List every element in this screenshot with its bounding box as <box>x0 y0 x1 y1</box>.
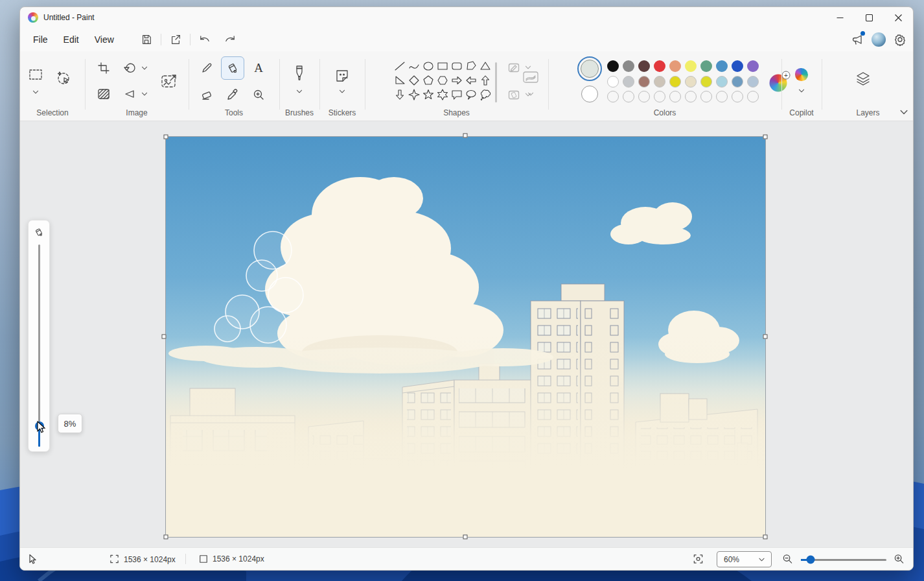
selection-dropdown-chevron[interactable] <box>33 90 39 94</box>
resize-handle-middle-right[interactable] <box>763 335 768 339</box>
feedback-button[interactable] <box>851 33 864 46</box>
palette-color-r1-c5[interactable] <box>669 60 681 72</box>
settings-button[interactable] <box>894 33 907 46</box>
shapes-scrollbar[interactable] <box>495 62 497 102</box>
zoom-out-button[interactable] <box>782 554 793 565</box>
palette-color-r2-c10[interactable] <box>747 76 759 88</box>
palette-empty-slot-10[interactable] <box>747 91 759 102</box>
save-button[interactable] <box>136 30 157 49</box>
palette-empty-slot-7[interactable] <box>700 91 712 102</box>
flip-dropdown-chevron[interactable] <box>142 92 148 96</box>
smart-select-button[interactable] <box>52 66 75 89</box>
menu-edit[interactable]: Edit <box>56 31 87 48</box>
shape-line[interactable] <box>393 59 407 73</box>
palette-color-r1-c2[interactable] <box>623 60 634 72</box>
shape-right-triangle[interactable] <box>393 73 407 88</box>
shape-pentagon[interactable] <box>421 73 435 88</box>
copilot-button[interactable] <box>790 63 813 86</box>
palette-color-r2-c3[interactable] <box>638 76 650 88</box>
resize-handle-top-center[interactable] <box>463 134 468 138</box>
fit-to-window-button[interactable] <box>693 554 704 565</box>
menu-view[interactable]: View <box>87 31 122 48</box>
share-button[interactable] <box>165 30 186 49</box>
palette-empty-slot-6[interactable] <box>685 91 697 102</box>
palette-color-r2-c6[interactable] <box>685 76 697 88</box>
shape-rounded-rectangle[interactable] <box>450 59 464 73</box>
palette-color-r1-c8[interactable] <box>716 60 728 72</box>
primary-color-swatch[interactable] <box>577 56 602 81</box>
palette-color-r1-c4[interactable] <box>654 60 665 72</box>
menu-file[interactable]: File <box>25 31 56 48</box>
shape-triangle[interactable] <box>478 59 492 73</box>
resize-handle-bottom-center[interactable] <box>463 535 468 540</box>
palette-color-r2-c9[interactable] <box>732 76 743 88</box>
layers-button[interactable] <box>851 67 875 90</box>
palette-empty-slot-5[interactable] <box>669 91 681 102</box>
palette-empty-slot-2[interactable] <box>623 91 634 102</box>
palette-color-r2-c5[interactable] <box>669 76 681 88</box>
zoom-in-button[interactable] <box>894 554 905 565</box>
resize-handle-top-left[interactable] <box>164 135 168 139</box>
palette-color-r2-c7[interactable] <box>700 76 712 88</box>
palette-color-r2-c8[interactable] <box>716 76 728 88</box>
shape-polygon[interactable] <box>464 59 478 73</box>
flip-button[interactable] <box>118 82 141 106</box>
maximize-button[interactable] <box>855 7 884 28</box>
resize-image-button[interactable] <box>158 69 181 93</box>
rotate-dropdown-chevron[interactable] <box>142 66 148 70</box>
brushes-button[interactable] <box>288 62 311 85</box>
palette-color-r1-c3[interactable] <box>638 60 650 72</box>
shape-ellipse[interactable] <box>421 59 435 73</box>
resize-handle-middle-left[interactable] <box>162 335 167 339</box>
shape-arrow-down[interactable] <box>393 88 407 102</box>
undo-button[interactable] <box>194 30 215 49</box>
eraser-tool-button[interactable] <box>195 83 218 106</box>
palette-color-r2-c2[interactable] <box>623 76 634 88</box>
resize-handle-bottom-left[interactable] <box>164 535 168 540</box>
redo-button[interactable] <box>220 30 241 49</box>
palette-empty-slot-3[interactable] <box>638 91 650 102</box>
resize-handle-top-right[interactable] <box>763 135 768 139</box>
tolerance-slider-track[interactable] <box>38 244 40 429</box>
size-dropdown-chevron[interactable] <box>528 92 534 96</box>
palette-color-r2-c1[interactable] <box>607 76 619 88</box>
shape-diamond[interactable] <box>407 73 421 88</box>
fill-tool-button-selected[interactable] <box>221 56 244 80</box>
shape-rectangle[interactable] <box>435 59 450 73</box>
shape-arrow-right[interactable] <box>450 73 464 88</box>
palette-color-r1-c10[interactable] <box>747 60 759 72</box>
palette-color-r2-c4[interactable] <box>654 76 665 88</box>
close-button[interactable] <box>884 7 913 28</box>
palette-color-r1-c6[interactable] <box>685 60 697 72</box>
secondary-color-swatch[interactable] <box>581 86 598 102</box>
text-tool-button[interactable]: A <box>247 56 270 80</box>
rotate-button[interactable] <box>118 56 141 80</box>
zoom-slider-thumb[interactable] <box>807 556 815 564</box>
account-avatar[interactable] <box>872 32 886 47</box>
size-button[interactable] <box>519 65 542 89</box>
copilot-dropdown-chevron[interactable] <box>799 89 805 93</box>
minimize-button[interactable] <box>826 7 855 28</box>
shape-arrow-up[interactable] <box>478 73 492 88</box>
shape-rectangular-callout[interactable] <box>450 88 464 102</box>
drawing-canvas[interactable] <box>166 137 765 537</box>
resize-handle-bottom-right[interactable] <box>763 535 768 540</box>
crop-button[interactable] <box>92 56 115 80</box>
palette-color-r1-c9[interactable] <box>732 60 743 72</box>
shape-curve[interactable] <box>407 59 421 73</box>
shape-cloud-callout[interactable] <box>478 88 492 102</box>
palette-empty-slot-1[interactable] <box>607 91 619 102</box>
stickers-dropdown-chevron[interactable] <box>340 89 345 93</box>
shape-five-point-star[interactable] <box>421 88 435 102</box>
palette-empty-slot-9[interactable] <box>732 91 743 102</box>
shape-hexagon[interactable] <box>435 73 450 88</box>
palette-color-r1-c1[interactable] <box>607 60 619 72</box>
ribbon-overflow-chevron[interactable] <box>900 110 908 115</box>
palette-color-r1-c7[interactable] <box>700 60 712 72</box>
shape-oval-callout[interactable] <box>464 88 478 102</box>
shape-six-point-star[interactable] <box>435 88 450 102</box>
color-picker-tool-button[interactable] <box>221 83 244 106</box>
shape-four-point-star[interactable] <box>407 88 421 102</box>
zoom-level-dropdown[interactable]: 60% <box>717 551 772 567</box>
brushes-dropdown-chevron[interactable] <box>297 89 303 93</box>
